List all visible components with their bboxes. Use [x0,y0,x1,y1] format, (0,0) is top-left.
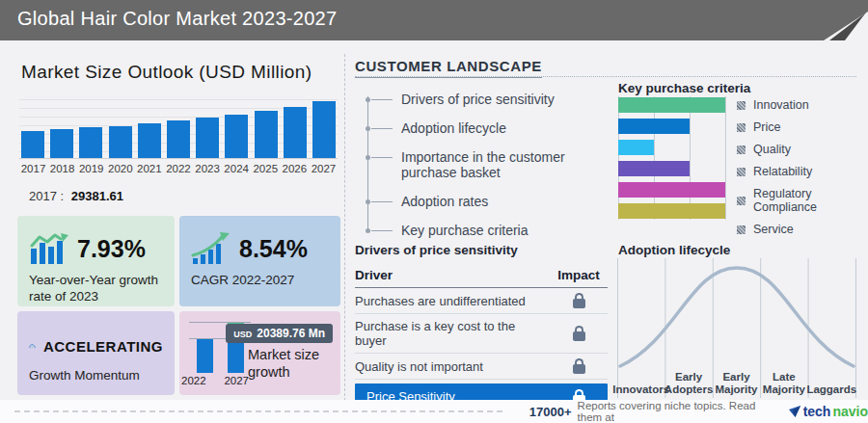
growth-value-badge: USD 20389.76 Mn [226,324,333,343]
key-purchase-criteria-title: Key purchase criteria [618,81,750,95]
brand-tech: tech [803,404,831,419]
growth-years: 2022 2027 [181,375,249,386]
kpc-bar-relatability [618,161,690,176]
x-tick-2021: 2021 [135,163,163,174]
base-year-amount: 29381.61 [71,189,123,203]
drivers-table-header: Driver Impact [355,264,608,288]
landscape-item-adoption-lifecycle: Adoption lifecycle [359,114,606,143]
lock-icon[interactable] [573,299,585,308]
kpc-bar-price [618,119,690,134]
badge-currency: USD [233,330,252,339]
technavio-flag-icon [788,405,801,418]
impact-column-header: Impact [550,268,608,282]
bar-2022-base [197,339,213,373]
growth-curve-icon [191,231,231,266]
lifecycle-stage-label: Early Adopters [665,369,712,396]
bar-2022 [167,120,190,158]
x-tick-2018: 2018 [48,163,76,174]
landscape-item-price-sensitivity: Drivers of price sensitivity [359,85,606,114]
page-title: Global Hair Color Market 2023-2027 [17,8,337,30]
bar-2021 [138,123,161,158]
yoy-growth-card: 7.93% Year-over-Year growth rate of 2023 [17,216,175,306]
driver-text: Purchase is a key cost to the buyer [355,319,550,348]
column-divider [344,54,345,401]
legend-label: Service [753,223,794,236]
x-tick-2017: 2017 [19,163,47,174]
lifecycle-stage-label: Innovators [617,369,665,396]
page-fold-decoration [806,0,868,40]
customer-landscape-title: CUSTOMER LANDSCAPE [355,58,542,78]
legend-marker-icon [737,225,746,234]
legend-label: Regulatory Compliance [753,187,868,214]
legend-item: Regulatory Compliance [737,187,868,214]
base-year-line: 2017 : 29381.61 [29,189,123,203]
driver-text: Quality is not important [355,359,483,374]
bar-2026 [284,107,307,158]
bell-curve [617,258,856,372]
bar-2023 [196,118,219,158]
bar-2027 [312,101,336,158]
table-row: Purchase is a key cost to the buyer [355,314,608,354]
kpc-bar-innovation [618,97,725,113]
drivers-table-title: Drivers of price sensitivity [355,243,518,257]
growth-card-label: Market size growth [248,346,331,381]
driver-column-header: Driver [355,268,393,282]
landscape-item-key-purchase-criteria: Key purchase criteria [359,216,606,245]
landscape-item-adoption-rates: Adoption rates [359,187,606,216]
market-size-outlook-title: Market Size Outlook (USD Million) [21,62,312,83]
technavio-logo[interactable]: technavio [788,404,868,419]
growth-momentum-card: ACCELERATING Growth Momentum [17,311,175,395]
legend-marker-icon [737,145,746,154]
legend-item: Quality [737,143,868,156]
lock-icon[interactable] [573,331,585,341]
growth-bar-2022 [197,339,213,373]
x-tick-2020: 2020 [106,163,134,174]
yoy-growth-value: 7.93% [77,235,146,263]
yoy-growth-label: Year-over-Year growth rate of 2023 [29,273,163,305]
growth-year-2022: 2022 [181,375,206,386]
x-tick-2026: 2026 [281,163,309,174]
legend-marker-icon [737,168,746,176]
legend-label: Quality [753,143,791,156]
market-size-bar-chart [19,99,338,159]
x-tick-2023: 2023 [194,163,222,174]
kpc-legend: InnovationPriceQualityRelatabilityRegula… [737,98,868,236]
market-size-bars [19,99,338,158]
legend-marker-icon [737,197,746,205]
lifecycle-stage-labels: InnovatorsEarly AdoptersEarly MajorityLa… [617,369,855,396]
cagr-card: 8.54% CAGR 2022-2027 [179,216,340,306]
bar-2018 [50,129,73,158]
x-tick-2024: 2024 [223,163,251,174]
x-tick-2027: 2027 [310,163,338,174]
kpc-bar-regulatory-compliance [618,182,725,198]
market-size-xlabels: 2017201820192020202120222023202420252026… [19,163,338,174]
bar-2019 [79,127,102,158]
speedometer-icon [29,330,36,361]
driver-text: Purchases are undifferentiated [355,294,526,308]
kpc-bar-quality [618,140,654,155]
legend-item: Relatability [737,165,868,178]
footer-dashed-rule [14,410,502,412]
drivers-table: Driver Impact Purchases are undifferenti… [355,264,608,410]
lifecycle-stage-label: Early Majority [713,369,760,396]
x-tick-2019: 2019 [77,163,105,174]
table-row: Purchases are undifferentiated [355,288,608,314]
key-purchase-criteria-chart [618,96,726,220]
momentum-value: ACCELERATING [43,338,163,355]
base-year-label: 2017 : [29,189,64,203]
bar-chart-trend-icon [29,231,69,266]
growth-year-2027: 2027 [224,375,249,386]
landscape-item-purchase-basket: Importance in the customer purchase bask… [359,143,606,187]
legend-label: Innovation [753,98,809,112]
footer-text: Reports covering niche topics. Read them… [578,400,780,423]
bar-2020 [109,126,132,158]
adoption-lifecycle-chart: InnovatorsEarly AdoptersEarly MajorityLa… [617,258,856,398]
x-tick-2022: 2022 [164,163,192,174]
cagr-value: 8.54% [239,235,308,263]
brand-navio: navio [832,404,868,419]
lock-icon[interactable] [573,364,585,374]
legend-label: Relatability [753,165,812,178]
legend-label: Price [753,120,780,134]
bar-2024 [225,115,248,158]
badge-amount: 20389.76 Mn [257,327,325,340]
